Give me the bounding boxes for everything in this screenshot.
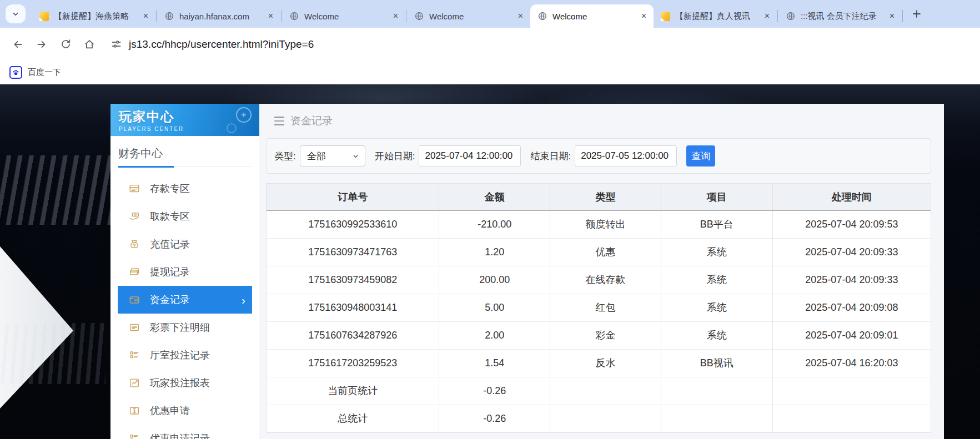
tab-divider [156,10,157,22]
table-cell: 1751617203259523 [267,349,439,377]
gamepad-icon [219,106,255,134]
tab-title: Welcome [429,12,510,21]
tab-close-icon[interactable]: × [639,11,649,22]
tab-title: haiyan.hfanax.com [179,12,260,21]
sidebar-item-hall-bet-records[interactable]: 厅室投注记录 [118,341,252,369]
bookmark-baidu[interactable]: 百度一下 [9,66,61,79]
table-row: 17516309734717631.20优惠系统2025-07-04 20:09… [267,238,931,266]
table-cell: 1751630948003141 [267,294,439,321]
type-select-value: 全部 [307,150,326,163]
table-cell: BB平台 [661,210,772,238]
type-select[interactable]: 全部 [300,145,365,166]
column-header: 金额 [439,184,550,210]
end-date-input[interactable] [575,145,677,166]
browser-tab-2[interactable]: Welcome× [282,4,405,28]
sidebar-item-label: 厅室投注记录 [150,349,210,362]
sidebar-item-withdrawal-records[interactable]: 提现记录 [118,258,252,286]
url-text[interactable]: js13.cc/hhcp/usercenter.html?iniType=6 [129,38,314,51]
tab-close-icon[interactable]: × [140,11,151,22]
filter-panel: 类型: 全部 开始日期: 结束日期: 查询 [266,138,931,174]
table-cell [550,377,661,405]
address-bar[interactable]: js13.cc/hhcp/usercenter.html?iniType=6 [110,38,314,51]
table-cell: BB视讯 [661,349,772,377]
chevron-right-icon: › [242,294,245,306]
main-content: 资金记录 类型: 全部 开始日期: 结束日期: 查询 [259,104,944,439]
browser-window: { "browser": { "tabs": [ { "title": "【新提… [0,0,980,439]
hall-bet-icon [128,349,140,361]
sidebar-item-promo-apply-records[interactable]: 优惠申请记录 [118,425,252,439]
browser-tab-1[interactable]: haiyan.hfanax.com× [157,4,280,28]
sidebar-item-recharge-records[interactable]: 充值记录 [118,230,252,258]
home-button[interactable] [79,34,99,54]
sidebar-item-promo-apply[interactable]: 优惠申请 [118,397,252,425]
tab-divider [281,10,282,22]
sidebar-item-player-bet-report[interactable]: 玩家投注报表 [118,369,252,397]
lottery-icon [128,321,140,334]
table-cell: 1.20 [439,238,550,266]
sidebar-item-label: 充值记录 [150,238,190,251]
column-header: 项目 [661,184,772,210]
report-icon [128,377,140,389]
table-cell: -210.00 [439,210,550,238]
tab-title: :::视讯 会员下注纪录 [801,11,882,22]
players-center-app: 玩家中心 PLAYERS CENTER 财务中心 存款专区取款专区充值记录提现记… [110,104,944,439]
tab-close-icon[interactable]: × [265,11,276,22]
tab-close-icon[interactable]: × [515,11,526,22]
browser-tab-6[interactable]: :::视讯 会员下注纪录× [778,4,902,28]
tab-search-button[interactable] [6,4,26,23]
tab-title: Welcome [304,12,385,21]
menu-toggle-icon[interactable] [274,117,284,125]
table-cell: 2025-07-04 20:09:08 [772,294,931,321]
table-cell: -0.26 [439,405,550,432]
sidebar-item-label: 资金记录 [150,293,190,306]
start-date-input[interactable] [419,145,521,166]
table-cell: 优惠 [550,238,661,266]
type-label: 类型: [274,150,296,163]
reload-icon [60,38,72,50]
table-cell: 红包 [550,294,661,321]
plus-icon [911,8,923,20]
site-settings-icon[interactable] [110,38,122,50]
column-header: 类型 [550,184,661,210]
table-body: 1751630992533610-210.00额度转出BB平台2025-07-0… [267,210,931,432]
browser-tab-0[interactable]: 【新提醒】海燕策略× [32,4,155,28]
table-cell: 2.00 [439,321,550,349]
recharge-icon [128,238,140,250]
sidebar-item-label: 彩票下注明细 [150,321,210,334]
withdraw-icon [128,210,140,223]
start-date-label: 开始日期: [375,150,415,163]
globe-icon [289,11,299,21]
table-cell: 2025-07-04 20:09:01 [772,321,931,349]
home-icon [83,38,96,51]
browser-tab-5[interactable]: 【新提醒】真人视讯× [654,4,777,28]
browser-tab-3[interactable]: Welcome× [407,4,530,28]
table-cell [772,377,931,405]
tab-strip: 【新提醒】海燕策略×haiyan.hfanax.com×Welcome×Welc… [0,0,980,28]
tab-close-icon[interactable]: × [762,11,772,22]
sidebar-section-title: 财务中心 [118,146,252,167]
table-row: 1751630973459082200.00在线存款系统2025-07-04 2… [267,266,931,294]
sidebar-header: 玩家中心 PLAYERS CENTER [110,104,259,136]
table-cell: 彩金 [550,321,661,349]
sidebar-item-deposit-zone[interactable]: 存款专区 [118,175,252,203]
globe-icon [786,11,796,21]
table-cell: 1751630992533610 [267,210,439,238]
table-row: 总统计-0.26 [267,405,931,432]
back-button[interactable] [8,34,28,54]
sidebar-item-lottery-bet-details[interactable]: 彩票下注明细 [118,314,252,341]
sidebar-item-funds-records[interactable]: 资金记录› [118,286,252,314]
new-tab-button[interactable] [908,5,926,23]
search-button[interactable]: 查询 [686,145,715,166]
funds-table-wrap: 订单号金额类型项目处理时间 1751630992533610-210.00额度转… [266,183,931,433]
browser-tab-4[interactable]: Welcome× [530,4,654,28]
sidebar-item-label: 玩家投注报表 [150,376,210,390]
table-row: 1751630992533610-210.00额度转出BB平台2025-07-0… [267,210,931,238]
table-cell: 总统计 [267,405,439,432]
table-cell [661,377,772,405]
forward-button[interactable] [32,34,52,54]
sidebar-item-withdraw-zone[interactable]: 取款专区 [118,203,252,230]
tab-close-icon[interactable]: × [390,11,401,22]
reload-button[interactable] [56,34,76,54]
tab-close-icon[interactable]: × [887,11,897,22]
document-tab-icon [39,12,49,21]
